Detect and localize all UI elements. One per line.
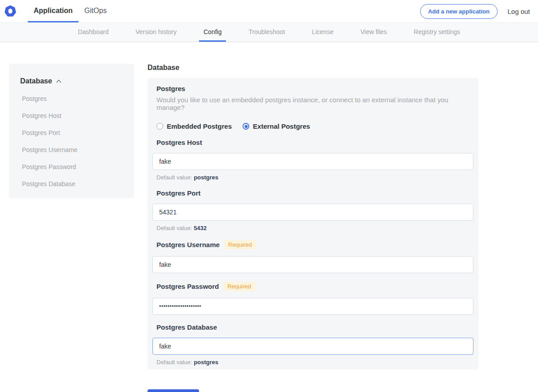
radio-embedded-postgres-label: Embedded Postgres bbox=[167, 122, 232, 130]
radio-external-postgres[interactable]: External Postgres bbox=[243, 122, 310, 130]
admin-console-page: Application GitOps Add a new application… bbox=[0, 0, 538, 392]
postgres-host-label: Postgres Host bbox=[156, 139, 202, 146]
app-sub-nav: Dashboard Version history Config Trouble… bbox=[0, 22, 538, 42]
postgres-radio-group: Embedded Postgres External Postgres bbox=[156, 122, 473, 130]
database-config-panel: Postgres Would you like to use an embedd… bbox=[148, 78, 478, 370]
heptagon-logo-icon bbox=[4, 5, 16, 17]
sidebar-group-database-label: Database bbox=[20, 77, 52, 85]
save-config-button[interactable]: Save config bbox=[148, 389, 199, 392]
top-tab-application[interactable]: Application bbox=[28, 0, 78, 22]
field-postgres-database: Postgres Database Default value: postgre… bbox=[152, 323, 473, 366]
default-label: Default value: bbox=[156, 359, 192, 366]
chevron-up-icon bbox=[56, 79, 61, 83]
postgres-username-label: Postgres Username bbox=[156, 241, 220, 248]
postgres-database-input[interactable] bbox=[152, 338, 473, 355]
subnav-item-view-files[interactable]: View files bbox=[356, 23, 391, 42]
postgres-help-text: Would you like to use an embedded postgr… bbox=[156, 96, 469, 111]
default-value: postgres bbox=[194, 174, 218, 181]
page-title: Database bbox=[148, 64, 478, 72]
postgres-group-label: Postgres bbox=[156, 85, 473, 92]
postgres-password-input[interactable] bbox=[152, 298, 473, 315]
top-nav: Application GitOps Add a new application… bbox=[0, 0, 538, 22]
postgres-database-label: Postgres Database bbox=[156, 323, 217, 331]
config-sidebar: Database Postgres Postgres Host Postgres… bbox=[9, 64, 134, 198]
top-tab-gitops[interactable]: GitOps bbox=[78, 0, 113, 22]
postgres-host-input[interactable] bbox=[152, 153, 473, 170]
top-nav-right: Add a new application Log out bbox=[420, 0, 538, 22]
default-value: postgres bbox=[194, 359, 218, 366]
sidebar-item-postgres-password[interactable]: Postgres Password bbox=[20, 163, 125, 170]
radio-selected-icon bbox=[243, 123, 249, 130]
subnav-item-troubleshoot[interactable]: Troubleshoot bbox=[244, 23, 289, 42]
default-label: Default value: bbox=[156, 174, 192, 181]
add-application-button[interactable]: Add a new application bbox=[420, 4, 498, 19]
app-logo[interactable] bbox=[4, 0, 16, 22]
sidebar-item-postgres-database[interactable]: Postgres Database bbox=[20, 180, 125, 187]
postgres-port-label: Postgres Port bbox=[156, 189, 200, 197]
subnav-item-license[interactable]: License bbox=[308, 23, 338, 42]
default-label: Default value: bbox=[156, 225, 192, 231]
sidebar-item-postgres-port[interactable]: Postgres Port bbox=[20, 129, 125, 136]
content-layout: Database Postgres Postgres Host Postgres… bbox=[0, 42, 538, 392]
subnav-item-dashboard[interactable]: Dashboard bbox=[74, 23, 113, 42]
postgres-port-default: Default value: 5432 bbox=[156, 225, 473, 231]
field-postgres-port: Postgres Port Default value: 5432 bbox=[152, 189, 473, 231]
logout-link[interactable]: Log out bbox=[508, 8, 530, 15]
postgres-username-input[interactable] bbox=[152, 256, 473, 273]
postgres-database-default: Default value: postgres bbox=[156, 359, 473, 366]
default-value: 5432 bbox=[194, 225, 207, 231]
radio-embedded-postgres[interactable]: Embedded Postgres bbox=[156, 122, 232, 130]
top-tab-application-label: Application bbox=[34, 7, 73, 15]
postgres-host-default: Default value: postgres bbox=[156, 174, 473, 181]
field-postgres-username: Postgres Username Required bbox=[152, 240, 473, 273]
subnav-item-config[interactable]: Config bbox=[199, 23, 226, 42]
subnav-item-registry-settings[interactable]: Registry settings bbox=[409, 23, 464, 42]
required-badge: Required bbox=[223, 282, 255, 291]
sidebar-item-postgres-username[interactable]: Postgres Username bbox=[20, 146, 125, 153]
required-badge: Required bbox=[224, 240, 256, 249]
sidebar-item-postgres-host[interactable]: Postgres Host bbox=[20, 112, 125, 119]
postgres-port-input[interactable] bbox=[152, 204, 473, 221]
field-postgres-host: Postgres Host Default value: postgres bbox=[152, 139, 473, 181]
top-tab-gitops-label: GitOps bbox=[84, 7, 107, 15]
subnav-item-version-history[interactable]: Version history bbox=[131, 23, 181, 42]
sidebar-item-postgres[interactable]: Postgres bbox=[20, 95, 125, 102]
sidebar-group-database[interactable]: Database bbox=[20, 77, 125, 85]
config-main: Database Postgres Would you like to use … bbox=[148, 64, 478, 392]
field-postgres-password: Postgres Password Required bbox=[152, 282, 473, 315]
radio-unselected-icon bbox=[156, 123, 163, 130]
radio-external-postgres-label: External Postgres bbox=[253, 122, 310, 130]
postgres-password-label: Postgres Password bbox=[156, 283, 219, 290]
